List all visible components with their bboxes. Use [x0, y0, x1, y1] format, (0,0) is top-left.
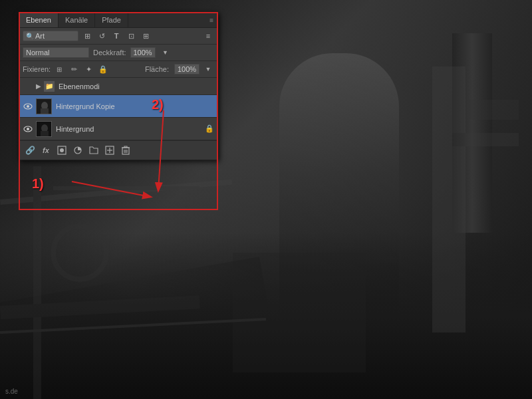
- eye-icon-group[interactable]: ●: [23, 81, 33, 92]
- mask-icon: [57, 146, 66, 155]
- layer-kopie-row[interactable]: Hintergrund Kopie: [19, 95, 217, 118]
- layer-group-row[interactable]: ● ▶ 📁 Ebenenmodi: [19, 78, 217, 95]
- tab-kanaele[interactable]: Kanäle: [59, 13, 95, 27]
- watermark: s.de: [5, 388, 18, 395]
- adjustment-button[interactable]: [71, 144, 84, 157]
- layers-panel: Ebenen Kanäle Pfade ≡ 🔍 ⊞ ↺ T ⊡ ⊞ ≡ Norm…: [19, 12, 218, 160]
- visibility-eye-icon-2: [23, 126, 33, 132]
- fix-move-icon[interactable]: ✦: [82, 63, 94, 75]
- kopie-layer-name: Hintergrund Kopie: [56, 102, 214, 110]
- group-arrow-icon[interactable]: ▶: [36, 82, 41, 90]
- svg-rect-19: [41, 131, 49, 137]
- icon-btn-2[interactable]: ↺: [96, 30, 108, 42]
- new-folder-button[interactable]: [87, 144, 100, 157]
- tab-pfade[interactable]: Pfade: [95, 13, 128, 27]
- svg-rect-4: [432, 66, 466, 332]
- panel-toolbar1: 🔍 ⊞ ↺ T ⊡ ⊞ ≡: [19, 28, 217, 45]
- layer-search-box[interactable]: 🔍: [23, 31, 78, 41]
- adjustment-icon: [73, 146, 82, 155]
- eye-icon-hintergrund[interactable]: [23, 124, 33, 134]
- fix-position-icon[interactable]: ⊞: [53, 63, 65, 75]
- search-input[interactable]: [35, 32, 75, 40]
- lock-icon: 🔒: [205, 124, 214, 133]
- fill-arrow[interactable]: ▼: [202, 63, 214, 75]
- svg-rect-2: [53, 186, 200, 190]
- panel-bottom-toolbar: 🔗 fx: [19, 140, 217, 160]
- svg-rect-1: [33, 166, 41, 399]
- fx-button[interactable]: fx: [39, 144, 53, 157]
- main-canvas: Ebenen Kanäle Pfade ≡ 🔍 ⊞ ↺ T ⊡ ⊞ ≡ Norm…: [0, 0, 532, 399]
- folder-icon: 📁: [45, 82, 53, 90]
- fix-brush-icon[interactable]: ✏: [68, 63, 80, 75]
- visibility-eye-icon: [23, 103, 33, 110]
- fill-input[interactable]: [174, 64, 200, 74]
- svg-point-11: [27, 105, 29, 108]
- svg-point-16: [27, 128, 29, 130]
- blend-mode-wrapper: Normal: [23, 47, 89, 58]
- svg-rect-7: [233, 253, 366, 372]
- trash-icon: [122, 146, 130, 155]
- icon-btn-type[interactable]: T: [110, 30, 122, 42]
- tab-ebenen[interactable]: Ebenen: [19, 13, 59, 27]
- new-layer-icon: [105, 146, 114, 155]
- icon-btn-menu[interactable]: ≡: [202, 30, 214, 42]
- hintergrund-thumbnail: [36, 121, 52, 137]
- eye-icon-kopie[interactable]: [23, 101, 33, 112]
- opacity-arrow[interactable]: ▼: [160, 47, 172, 59]
- opacity-input[interactable]: [130, 47, 156, 58]
- svg-rect-14: [41, 108, 49, 114]
- hintergrund-layer-name: Hintergrund: [56, 125, 205, 133]
- search-icon: 🔍: [26, 33, 34, 40]
- svg-rect-6: [452, 133, 519, 146]
- svg-point-3: [53, 226, 106, 279]
- layer-list: ● ▶ 📁 Ebenenmodi: [19, 78, 217, 140]
- group-thumbnail: 📁: [44, 81, 55, 92]
- kopie-thumbnail: [36, 98, 52, 114]
- delete-layer-button[interactable]: [119, 144, 132, 157]
- svg-rect-5: [466, 100, 519, 120]
- fix-lock-icon[interactable]: 🔒: [97, 63, 109, 75]
- panel-toolbar3: Fixieren: ⊞ ✏ ✦ 🔒 Fläche: ▼: [19, 61, 217, 78]
- opacity-wrapper: [130, 47, 156, 58]
- svg-point-21: [60, 148, 64, 152]
- svg-rect-28: [124, 146, 127, 148]
- link-layers-button[interactable]: 🔗: [23, 144, 37, 157]
- blend-mode-select[interactable]: Normal: [23, 47, 89, 58]
- new-layer-button[interactable]: [103, 144, 116, 157]
- icon-btn-1[interactable]: ⊞: [81, 30, 93, 42]
- kopie-thumb-svg: [37, 99, 52, 114]
- panel-toolbar2: Normal Deckkraft: ▼: [19, 45, 217, 61]
- svg-rect-9: [0, 295, 200, 319]
- icon-btn-transform[interactable]: ⊡: [125, 30, 137, 42]
- panel-collapse-button[interactable]: ≡: [205, 14, 217, 27]
- opacity-label: Deckkraft:: [93, 49, 126, 57]
- fix-label: Fixieren:: [23, 65, 51, 73]
- panel-tabs: Ebenen Kanäle Pfade ≡: [19, 13, 217, 28]
- icon-btn-smart[interactable]: ⊞: [140, 30, 152, 42]
- layer-hintergrund-row[interactable]: Hintergrund 🔒: [19, 118, 217, 140]
- mask-button[interactable]: [55, 144, 68, 157]
- fill-label: Fläche:: [145, 65, 169, 73]
- folder-new-icon: [89, 146, 98, 154]
- hintergrund-thumb-svg: [37, 122, 52, 137]
- group-layer-name: Ebenenmodi: [59, 82, 214, 90]
